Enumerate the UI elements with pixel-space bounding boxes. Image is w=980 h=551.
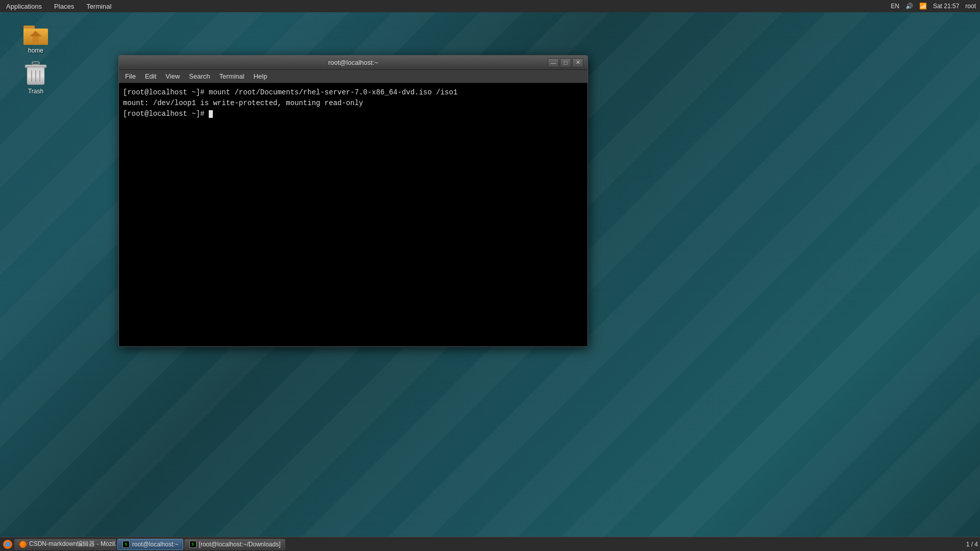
- terminal-line-2: mount: /dev/loop1 is write-protected, mo…: [123, 98, 583, 109]
- taskbar-item-firefox[interactable]: CSDN-markdown编辑器 - Mozil...: [14, 539, 116, 550]
- datetime-display: Sat 21:57: [933, 3, 959, 10]
- home-icon-label: home: [28, 47, 43, 54]
- taskbar-firefox-label: CSDN-markdown编辑器 - Mozil...: [29, 540, 116, 548]
- taskbar-item-term2[interactable]: $ [root@localhost:~/Downloads]: [184, 539, 285, 550]
- menu-view[interactable]: View: [161, 71, 184, 81]
- top-panel: Applications Places Terminal EN 🔊 📶 Sat …: [0, 0, 980, 12]
- keyboard-indicator[interactable]: EN: [891, 3, 899, 10]
- volume-indicator[interactable]: 🔊: [905, 3, 913, 10]
- terminal-title: root@localhost:~: [159, 59, 548, 66]
- terminal-line-3: [root@localhost ~]#: [123, 109, 583, 119]
- terminal-icon-1: $: [122, 541, 130, 548]
- svg-rect-5: [32, 62, 39, 64]
- taskbar-term2-icon: $: [189, 540, 197, 548]
- taskbar-item-term1[interactable]: $ root@localhost:~: [117, 539, 183, 550]
- menu-edit[interactable]: Edit: [141, 71, 160, 81]
- home-icon[interactable]: home: [15, 20, 56, 56]
- terminal-menu[interactable]: Terminal: [84, 3, 113, 10]
- terminal-icon-2: $: [189, 541, 197, 548]
- menu-help[interactable]: Help: [250, 71, 272, 81]
- terminal-menubar: File Edit View Search Terminal Help: [119, 70, 587, 83]
- network-icon: 📶: [919, 3, 927, 10]
- user-display: root: [965, 3, 976, 10]
- home-folder-graphic: [23, 22, 48, 45]
- taskbar-term1-icon: $: [122, 540, 130, 548]
- taskbar: CSDN-markdown编辑器 - Mozil... $ root@local…: [0, 537, 980, 551]
- terminal-titlebar: root@localhost:~ — □ ✕: [119, 56, 587, 70]
- window-controls: — □ ✕: [548, 58, 583, 67]
- taskbar-firefox-icon: [19, 540, 27, 548]
- top-panel-left: Applications Places Terminal: [4, 3, 113, 10]
- menu-file[interactable]: File: [121, 71, 140, 81]
- minimize-button[interactable]: —: [548, 58, 559, 67]
- firefox-logo: [3, 540, 12, 549]
- maximize-button[interactable]: □: [560, 58, 571, 67]
- terminal-line-1: [root@localhost ~]# mount /root/Document…: [123, 87, 583, 98]
- trash-icon[interactable]: Trash: [15, 59, 56, 97]
- taskbar-term1-label: root@localhost:~: [132, 541, 179, 548]
- applications-menu[interactable]: Applications: [4, 3, 44, 10]
- taskbar-term2-label: [root@localhost:~/Downloads]: [199, 541, 281, 548]
- menu-terminal[interactable]: Terminal: [215, 71, 249, 81]
- top-panel-right: EN 🔊 📶 Sat 21:57 root: [891, 3, 976, 10]
- places-menu[interactable]: Places: [52, 3, 76, 10]
- trash-icon-label: Trash: [28, 88, 43, 95]
- taskbar-page-info: 1 / 4: [966, 541, 978, 548]
- terminal-window: root@localhost:~ — □ ✕ File Edit View Se…: [118, 55, 588, 347]
- trash-graphic: [24, 61, 47, 86]
- terminal-cursor: [209, 110, 213, 118]
- menu-search[interactable]: Search: [185, 71, 214, 81]
- firefox-icon: [2, 539, 13, 550]
- close-button[interactable]: ✕: [572, 58, 583, 67]
- terminal-content[interactable]: [root@localhost ~]# mount /root/Document…: [119, 83, 587, 346]
